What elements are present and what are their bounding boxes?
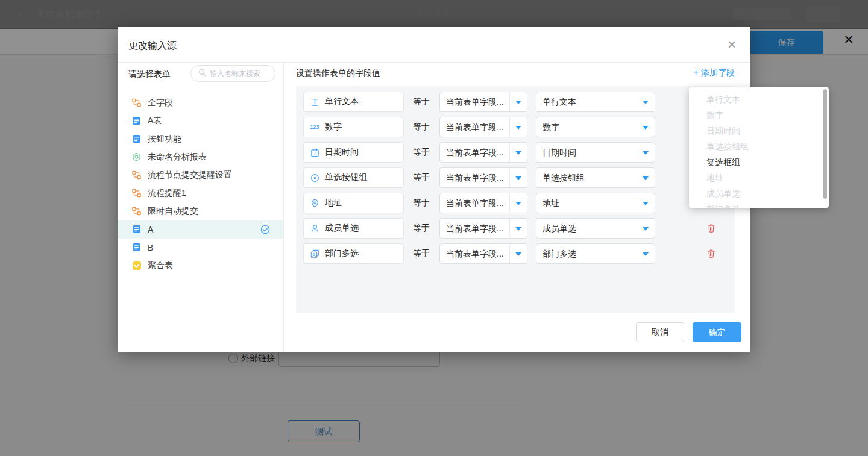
select-arrow-box[interactable] [509, 219, 527, 238]
select-arrow-box[interactable] [509, 168, 527, 187]
field-name-box[interactable]: 单行文本 [303, 92, 404, 112]
form-list-item[interactable]: 流程节点提交提醒设置 [118, 166, 283, 184]
chevron-down-icon [515, 151, 521, 155]
source-field-value: 日期时间 [542, 148, 576, 158]
chevron-down-icon [515, 202, 521, 205]
form-list-item[interactable]: 限时自动提交 [118, 202, 283, 220]
form-list-item-label: 流程节点提交提醒设置 [148, 170, 232, 181]
source-field-select[interactable]: 日期时间 [536, 142, 655, 163]
divider [118, 62, 750, 63]
form-list-item-label: 限时自动提交 [148, 206, 198, 217]
check-circle-icon [260, 225, 270, 234]
source-field-select[interactable]: 地址 [536, 193, 655, 213]
source-type-select[interactable]: 当前表单字段... [439, 243, 527, 264]
flow-icon [132, 189, 142, 198]
chevron-down-icon [515, 176, 521, 180]
field-name-label: 日期时间 [325, 147, 359, 158]
dropdown-option: 成员单选 [689, 186, 829, 201]
field-name-label: 地址 [325, 198, 342, 208]
form-list-item[interactable]: 流程提醒1 [118, 184, 283, 202]
search-input[interactable]: 输入名称来搜索 [190, 65, 275, 82]
field-mapping-row: 单选按钮组等于当前表单字段...单选按钮组 [296, 167, 735, 188]
source-field-value: 成员单选 [542, 223, 576, 234]
delete-row-trash-icon[interactable] [706, 223, 716, 233]
source-type-value: 当前表单字段... [446, 249, 504, 260]
flow-icon [132, 170, 142, 180]
field-name-box[interactable]: 123数字 [303, 117, 404, 137]
source-type-select[interactable]: 当前表单字段... [439, 218, 527, 239]
calendar-icon: 7 [310, 148, 319, 157]
location-icon [310, 198, 319, 208]
form-list-item[interactable]: A [118, 220, 283, 239]
form-list-item[interactable]: 聚合表 [118, 257, 283, 275]
field-name-label: 单选按钮组 [325, 172, 367, 183]
source-type-select[interactable]: 当前表单字段... [439, 142, 527, 163]
search-icon [198, 68, 206, 79]
add-field-button[interactable]: +添加字段 [693, 67, 735, 78]
chevron-down-icon [515, 126, 521, 130]
chevron-down-icon [515, 227, 521, 231]
source-type-select[interactable]: 当前表单字段... [439, 193, 527, 213]
dropdown-option: 单行文本 [689, 92, 829, 107]
field-name-box[interactable]: 成员单选 [303, 218, 404, 239]
aggregate-icon [132, 261, 142, 270]
dropdown-option: 部门多选 [689, 201, 829, 208]
person-icon [310, 223, 319, 233]
form-list-item[interactable]: B [118, 239, 283, 257]
dropdown-scrollbar[interactable] [823, 89, 827, 199]
source-type-select[interactable]: 当前表单字段... [439, 117, 527, 137]
search-placeholder: 输入名称来搜索 [210, 69, 260, 79]
source-field-select[interactable]: 部门多选 [536, 243, 655, 264]
form-list-item[interactable]: 未命名分析报表 [118, 148, 283, 166]
change-input-source-modal: 更改输入源 × 请选择表单 输入名称来搜索 全字段A表按钮功能未命名分析报表流程… [118, 27, 750, 352]
form-list-item[interactable]: 全字段 [118, 94, 283, 112]
source-field-select[interactable]: 数字 [536, 117, 655, 137]
delete-row-trash-icon[interactable] [706, 249, 716, 258]
operator-label: 等于 [413, 198, 430, 208]
source-type-value: 当前表单字段... [446, 97, 504, 108]
select-arrow-box[interactable] [509, 117, 527, 137]
source-type-value: 当前表单字段... [446, 223, 504, 234]
source-field-select[interactable]: 单行文本 [536, 92, 655, 112]
source-type-select[interactable]: 当前表单字段... [439, 167, 527, 188]
flow-icon [132, 98, 142, 108]
field-name-box[interactable]: 部门多选 [303, 243, 404, 264]
field-mapping-panel: 单行文本等于当前表单字段...单行文本123数字等于当前表单字段...数字7日期… [296, 86, 735, 313]
chevron-down-icon [515, 101, 521, 104]
cancel-button[interactable]: 取消 [636, 322, 684, 342]
field-name-label: 数字 [325, 122, 342, 133]
chevron-down-icon [643, 202, 649, 205]
dropdown-option: 地址 [689, 170, 829, 186]
source-type-value: 当前表单字段... [446, 122, 504, 133]
dropdown-option: 日期时间 [689, 123, 829, 139]
select-arrow-box[interactable] [509, 193, 527, 213]
dropdown-option[interactable]: 复选框组 [689, 154, 829, 170]
select-arrow-box[interactable] [509, 143, 527, 162]
source-type-value: 当前表单字段... [446, 173, 504, 184]
form-list-item[interactable]: 按钮功能 [118, 130, 283, 148]
source-type-value: 当前表单字段... [446, 148, 504, 158]
source-field-value: 单选按钮组 [542, 173, 585, 184]
dropdown-option: 数字 [689, 107, 829, 123]
operator-label: 等于 [413, 172, 430, 183]
field-name-label: 部门多选 [325, 248, 359, 259]
screen: ‹ 未命名数据助手 控件事件 保存 ✕ 外部链接 测试 更改输入源 × 请选择表… [0, 0, 868, 456]
form-picker-label: 请选择表单 [128, 69, 171, 80]
select-arrow-box[interactable] [509, 244, 527, 263]
source-field-select[interactable]: 成员单选 [536, 218, 655, 239]
modal-title: 更改输入源 [128, 40, 177, 52]
source-field-select[interactable]: 单选按钮组 [536, 167, 655, 188]
department-icon [310, 249, 319, 258]
chevron-down-icon [643, 101, 649, 104]
select-arrow-box[interactable] [509, 92, 527, 111]
field-name-box[interactable]: 地址 [303, 193, 404, 213]
confirm-button[interactable]: 确定 [693, 322, 741, 342]
form-list-item[interactable]: A表 [118, 112, 283, 130]
field-name-box[interactable]: 7日期时间 [303, 142, 404, 163]
form-list-item-label: 按钮功能 [148, 134, 181, 145]
field-name-box[interactable]: 单选按钮组 [303, 167, 404, 188]
field-mapping-row: 单行文本等于当前表单字段...单行文本 [296, 92, 735, 112]
field-name-label: 单行文本 [325, 96, 359, 107]
source-type-select[interactable]: 当前表单字段... [439, 92, 527, 112]
modal-close-icon[interactable]: × [728, 37, 736, 52]
